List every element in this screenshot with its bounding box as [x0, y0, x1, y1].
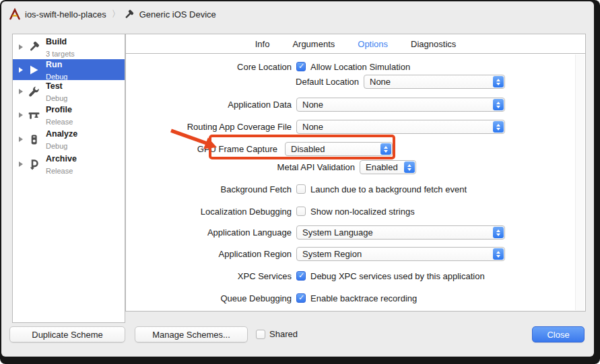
field-label: Queue Debugging — [126, 291, 292, 305]
disclosure-triangle-icon[interactable] — [19, 44, 23, 50]
form-row-localization-debugging: Localization Debugging Show non-localize… — [126, 205, 585, 219]
sidebar-item-run[interactable]: Run Debug — [13, 59, 125, 80]
tab-diagnostics[interactable]: Diagnostics — [411, 39, 456, 49]
sidebar-item-label: Run — [46, 60, 62, 69]
disclosure-triangle-icon[interactable] — [19, 137, 23, 142]
sidebar-item-sublabel: Release — [46, 167, 73, 175]
dialog-footer: Duplicate Scheme Manage Schemes... Share… — [1, 322, 594, 357]
tab-bar: Info Arguments Options Diagnostics — [126, 34, 585, 54]
manage-schemes-button[interactable]: Manage Schemes... — [135, 326, 248, 342]
form-row-default-location: Default Location None — [126, 75, 585, 89]
xpc-services-checkbox[interactable] — [296, 271, 306, 281]
hammer-icon — [123, 7, 136, 21]
breadcrumb-separator: 〉 — [112, 8, 121, 20]
gauge-icon — [26, 108, 42, 122]
sidebar-item-sublabel: Release — [46, 118, 73, 126]
checkbox-label: Launch due to a background fetch event — [310, 182, 467, 196]
stepper-icon — [493, 121, 504, 133]
play-icon — [26, 63, 42, 77]
application-language-select[interactable]: System Language — [296, 225, 505, 240]
sidebar-item-label: Analyze — [46, 129, 77, 139]
checkbox-label: Show non-localized strings — [310, 205, 415, 219]
sidebar-item-sublabel: 3 targets — [46, 50, 75, 58]
tab-options[interactable]: Options — [358, 39, 388, 49]
sidebar-item-profile[interactable]: Profile Release — [13, 103, 125, 127]
form-row-gpu-frame-capture: GPU Frame Capture Disabled — [126, 142, 585, 157]
allow-location-simulation-checkbox[interactable] — [296, 62, 306, 71]
run-destination[interactable]: Generic iOS Device — [139, 9, 216, 20]
tab-arguments[interactable]: Arguments — [292, 39, 335, 49]
close-button[interactable]: Close — [532, 326, 585, 342]
metal-api-validation-select[interactable]: Enabled — [360, 160, 416, 174]
form-row-metal-api-validation: Metal API Validation Enabled — [126, 160, 585, 175]
field-label: Background Fetch — [126, 182, 292, 196]
disclosure-triangle-icon[interactable] — [19, 112, 23, 118]
default-location-select[interactable]: None — [364, 75, 505, 89]
field-label: Localization Debugging — [126, 205, 292, 219]
form-row-core-location: Core Location Allow Location Simulation — [126, 60, 585, 75]
sidebar-item-sublabel: Debug — [46, 94, 67, 102]
routing-app-coverage-select[interactable]: None — [296, 120, 505, 134]
checkbox-label: Allow Location Simulation — [310, 60, 410, 74]
field-label: XPC Services — [126, 269, 292, 283]
sidebar-item-label: Archive — [46, 154, 77, 163]
siren-icon — [26, 132, 42, 147]
window-frame: ios-swift-hello-places 〉 Generic iOS Dev… — [0, 0, 600, 364]
duplicate-scheme-button[interactable]: Duplicate Scheme — [9, 326, 125, 342]
disclosure-triangle-icon[interactable] — [19, 67, 23, 73]
gpu-frame-capture-select[interactable]: Disabled — [285, 142, 393, 156]
sidebar-item-analyze[interactable]: Analyze Debug — [13, 127, 125, 151]
form-row-application-data: Application Data None — [126, 98, 585, 112]
disclosure-triangle-icon[interactable] — [19, 89, 23, 94]
wrench-icon — [26, 84, 42, 99]
tab-info[interactable]: Info — [255, 39, 270, 49]
field-label: Application Language — [126, 225, 292, 240]
application-region-select[interactable]: System Region — [296, 247, 505, 261]
localization-debugging-checkbox[interactable] — [296, 207, 306, 216]
hammer-icon — [26, 40, 42, 54]
sidebar-item-archive[interactable]: Archive Release — [13, 151, 125, 176]
application-data-select[interactable]: None — [296, 98, 505, 112]
queue-debugging-checkbox[interactable] — [296, 293, 306, 303]
field-label: GPU Frame Capture — [126, 142, 277, 156]
sidebar-item-build[interactable]: Build 3 targets — [13, 34, 125, 59]
scheme-actions-sidebar: Build 3 targets Run Debug Test — [12, 34, 125, 323]
form-row-background-fetch: Background Fetch Launch due to a backgro… — [126, 182, 585, 197]
sidebar-item-label: Test — [46, 81, 63, 91]
sidebar-item-label: Build — [46, 37, 67, 46]
archive-icon — [26, 157, 42, 172]
field-label: Core Location — [126, 60, 292, 74]
form-row-application-language: Application Language System Language — [126, 225, 585, 240]
stepper-icon — [404, 161, 415, 173]
checkbox-label: Debug XPC services used by this applicat… — [310, 269, 485, 283]
disclosure-triangle-icon[interactable] — [19, 161, 23, 167]
stepper-icon — [493, 76, 504, 87]
form-row-application-region: Application Region System Region — [126, 247, 585, 262]
field-label: Application Data — [126, 98, 292, 112]
scheme-a-icon — [8, 7, 22, 21]
checkbox-label: Enable backtrace recording — [310, 291, 417, 305]
form-row-xpc-services: XPC Services Debug XPC services used by … — [126, 269, 585, 284]
shared-option: Shared — [256, 329, 298, 339]
field-label: Routing App Coverage File — [126, 120, 292, 134]
scheme-breadcrumb: ios-swift-hello-places 〉 Generic iOS Dev… — [1, 1, 594, 27]
sidebar-item-test[interactable]: Test Debug — [13, 80, 125, 103]
stepper-icon — [493, 248, 504, 260]
shared-label: Shared — [269, 329, 298, 339]
sidebar-item-label: Profile — [46, 105, 72, 114]
background-fetch-checkbox[interactable] — [296, 184, 306, 194]
form-row-routing-app-coverage: Routing App Coverage File None — [126, 120, 585, 135]
options-pane: Info Arguments Options Diagnostics Core … — [125, 34, 586, 312]
shared-checkbox[interactable] — [256, 330, 265, 339]
scheme-editor-dialog: ios-swift-hello-places 〉 Generic iOS Dev… — [1, 1, 594, 357]
field-label: Default Location — [126, 75, 359, 89]
stepper-icon — [493, 99, 504, 110]
form-row-queue-debugging: Queue Debugging Enable backtrace recordi… — [126, 291, 585, 306]
stepper-icon — [380, 143, 391, 155]
options-form: Core Location Allow Location Simulation … — [126, 54, 585, 311]
sidebar-item-sublabel: Debug — [46, 142, 67, 150]
scheme-name[interactable]: ios-swift-hello-places — [25, 9, 106, 20]
field-label: Application Region — [126, 247, 292, 261]
stepper-icon — [493, 227, 504, 238]
field-label: Metal API Validation — [126, 160, 355, 174]
